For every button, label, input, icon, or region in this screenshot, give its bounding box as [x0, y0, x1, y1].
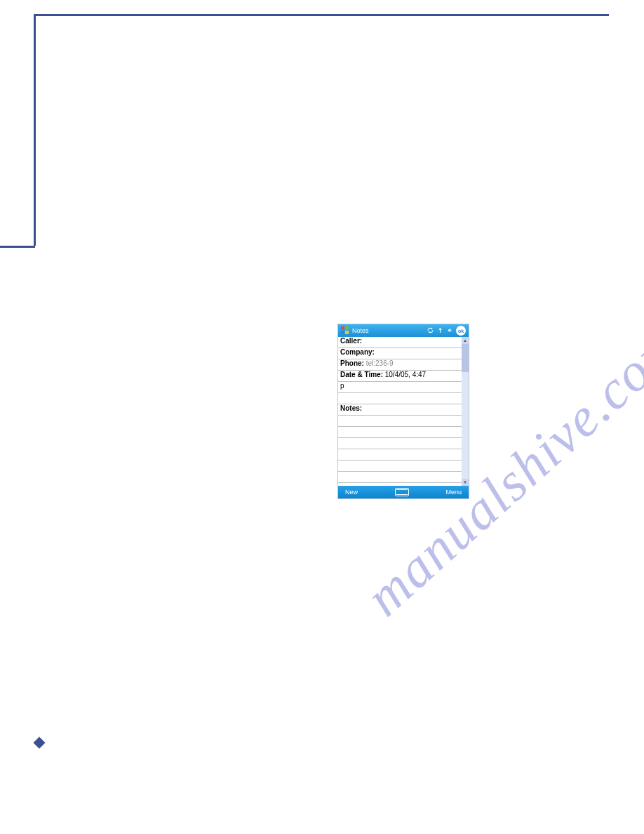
keyboard-icon[interactable] [395, 488, 409, 496]
datetime-line2[interactable]: p [338, 382, 462, 393]
blank-line[interactable] [338, 483, 462, 486]
device-screenshot: Notes ok Caller: Company: Phone: tel:236… [338, 324, 469, 498]
caller-line[interactable]: Caller: [338, 337, 462, 348]
blank-line[interactable] [338, 461, 462, 472]
new-button[interactable]: New [345, 489, 358, 496]
scroll-thumb[interactable] [462, 344, 469, 372]
datetime-value: 10/4/05, 4:47 [385, 371, 426, 378]
datetime-value-2: p [340, 382, 344, 390]
scroll-track[interactable] [462, 344, 469, 479]
phone-value: tel:236-9 [366, 359, 394, 367]
signal-icon[interactable] [437, 327, 443, 335]
top-horizontal-rule [34, 14, 609, 16]
start-flag-icon[interactable] [341, 326, 349, 335]
blank-line[interactable] [338, 427, 462, 438]
blank-line[interactable] [338, 449, 462, 461]
phone-label: Phone [340, 359, 362, 367]
datetime-line[interactable]: Date & Time: 10/4/05, 4:47 [338, 371, 462, 382]
ruled-lines: Caller: Company: Phone: tel:236-9 Date &… [338, 337, 462, 486]
ok-button[interactable]: ok [456, 326, 466, 336]
left-vertical-rule [34, 14, 36, 246]
caller-label: Caller [340, 337, 360, 345]
company-label: Company [340, 348, 373, 356]
notes-line[interactable]: Notes: [338, 404, 462, 416]
datetime-label: Date & Time [340, 371, 381, 378]
app-title: Notes [352, 327, 424, 334]
mid-horizontal-rule [0, 246, 35, 248]
scroll-down-button[interactable]: ▼ [462, 479, 469, 486]
notes-label: Notes [340, 404, 360, 412]
scroll-up-button[interactable]: ▲ [462, 337, 469, 344]
scrollbar[interactable]: ▲ ▼ [462, 337, 469, 486]
menu-button[interactable]: Menu [445, 489, 462, 496]
blank-line[interactable] [338, 472, 462, 483]
sync-icon[interactable] [427, 327, 434, 335]
footer-diamond-icon [34, 737, 46, 749]
company-line[interactable]: Company: [338, 348, 462, 359]
speaker-icon[interactable] [447, 327, 453, 335]
titlebar: Notes ok [338, 324, 469, 337]
blank-line[interactable] [338, 438, 462, 449]
status-icons [427, 327, 453, 335]
blank-line[interactable] [338, 416, 462, 427]
blank-line[interactable] [338, 393, 462, 404]
note-content-area[interactable]: Caller: Company: Phone: tel:236-9 Date &… [338, 337, 469, 486]
phone-line[interactable]: Phone: tel:236-9 [338, 359, 462, 371]
bottombar: New Menu [338, 486, 469, 498]
